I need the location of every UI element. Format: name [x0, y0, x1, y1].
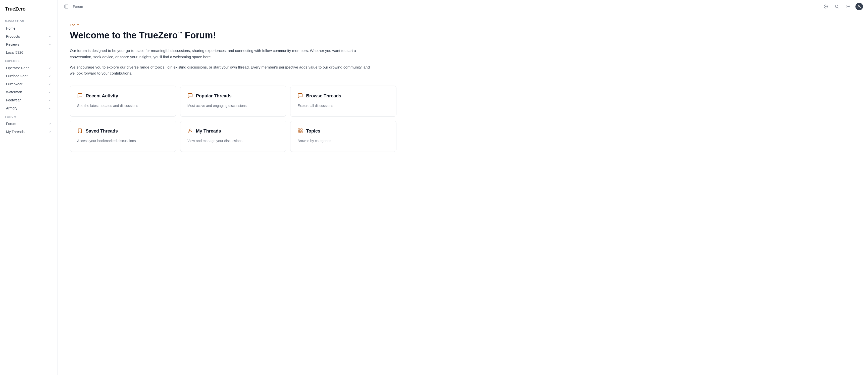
- svg-rect-15: [301, 131, 302, 133]
- sidebar-item-label: Waterman: [6, 90, 22, 94]
- card-my-threads[interactable]: My Threads View and manage your discussi…: [180, 121, 286, 152]
- svg-rect-13: [301, 129, 302, 130]
- card-description: Explore all discussions: [298, 103, 389, 108]
- chevron-down-icon: [48, 82, 52, 86]
- svg-point-5: [835, 5, 838, 8]
- svg-point-11: [189, 129, 191, 131]
- card-header: Topics: [298, 128, 389, 134]
- svg-rect-0: [65, 5, 68, 8]
- sidebar-item-waterman[interactable]: Waterman: [1, 88, 57, 96]
- card-recent-activity[interactable]: Recent Activity See the latest updates a…: [70, 86, 176, 117]
- page-description-1: Our forum is designed to be your go-to p…: [70, 48, 371, 60]
- sidebar-item-armory[interactable]: Armory: [1, 104, 57, 112]
- card-header: Recent Activity: [77, 93, 169, 99]
- card-topics[interactable]: Topics Browse by categories: [290, 121, 397, 152]
- card-description: View and manage your discussions: [187, 138, 279, 144]
- sidebar: TrueZero Navigation Home Products Review…: [0, 0, 58, 375]
- sidebar-item-reviews[interactable]: Reviews: [1, 40, 57, 48]
- card-description: Most active and engaging discussions: [187, 103, 279, 108]
- chevron-down-icon: [48, 130, 52, 134]
- chevron-down-icon: [48, 90, 52, 94]
- sidebar-item-label: My Threads: [6, 130, 25, 134]
- svg-point-7: [847, 6, 849, 7]
- page-description-2: We encourage you to explore our diverse …: [70, 64, 371, 77]
- sidebar-item-outerwear[interactable]: Outerwear: [1, 80, 57, 88]
- card-description: See the latest updates and discussions: [77, 103, 169, 108]
- sidebar-item-products[interactable]: Products: [1, 32, 57, 40]
- user-avatar[interactable]: [856, 3, 863, 10]
- sidebar-item-label: Armory: [6, 106, 17, 110]
- chevron-down-icon: [48, 106, 52, 110]
- chevron-down-icon: [48, 74, 52, 78]
- sidebar-item-label: Local 5326: [6, 50, 23, 55]
- card-saved-threads[interactable]: Saved Threads Access your bookmarked dis…: [70, 121, 176, 152]
- topbar-left: Forum: [63, 3, 83, 10]
- card-description: Browse by categories: [298, 138, 389, 144]
- card-title: Topics: [306, 129, 320, 134]
- chat-icon: [298, 93, 303, 99]
- card-title: My Threads: [196, 129, 221, 134]
- chevron-down-icon: [48, 43, 52, 46]
- grid-icon: [298, 128, 303, 134]
- svg-point-8: [859, 5, 860, 6]
- settings-button[interactable]: [844, 3, 851, 10]
- card-header: My Threads: [187, 128, 279, 134]
- sidebar-item-label: Forum: [6, 122, 16, 126]
- forum-section-label: Forum: [0, 112, 58, 120]
- sidebar-item-label: Footwear: [6, 98, 21, 102]
- chat-bubble-icon: [77, 93, 83, 99]
- sidebar-item-label: Home: [6, 26, 15, 30]
- sidebar-item-forum[interactable]: Forum: [1, 120, 57, 128]
- svg-rect-12: [298, 129, 300, 130]
- card-title: Recent Activity: [86, 93, 118, 99]
- nav-section-label: Navigation: [0, 17, 58, 24]
- search-button[interactable]: [833, 3, 840, 10]
- chevron-down-icon: [48, 98, 52, 102]
- sidebar-toggle-button[interactable]: [63, 3, 70, 10]
- chevron-down-icon: [48, 66, 52, 70]
- card-title: Browse Threads: [306, 93, 341, 99]
- sidebar-item-footwear[interactable]: Footwear: [1, 96, 57, 104]
- card-header: Browse Threads: [298, 93, 389, 99]
- cards-grid: Recent Activity See the latest updates a…: [70, 86, 397, 152]
- topbar: Forum: [58, 0, 868, 13]
- card-title: Popular Threads: [196, 93, 231, 99]
- card-header: Saved Threads: [77, 128, 169, 134]
- sidebar-item-my-threads[interactable]: My Threads: [1, 128, 57, 136]
- chevron-down-icon: [48, 35, 52, 38]
- explore-section-label: Explore: [0, 57, 58, 64]
- page-title: Welcome to the TrueZero™ Forum!: [70, 30, 856, 41]
- sidebar-item-label: Outdoor Gear: [6, 74, 28, 78]
- chevron-down-icon: [48, 122, 52, 126]
- sidebar-item-label: Outerwear: [6, 82, 22, 86]
- sidebar-item-label: Operator Gear: [6, 66, 29, 70]
- list-icon: [187, 93, 193, 99]
- breadcrumb: Forum: [70, 23, 856, 27]
- sidebar-item-label: Reviews: [6, 42, 19, 46]
- page-content: Forum Welcome to the TrueZero™ Forum! Ou…: [58, 13, 868, 375]
- card-popular-threads[interactable]: Popular Threads Most active and engaging…: [180, 86, 286, 117]
- topbar-title: Forum: [73, 4, 83, 8]
- card-description: Access your bookmarked discussions: [77, 138, 169, 144]
- add-button[interactable]: [822, 3, 829, 10]
- svg-rect-14: [298, 131, 300, 133]
- person-icon: [187, 128, 193, 134]
- card-browse-threads[interactable]: Browse Threads Explore all discussions: [290, 86, 397, 117]
- topbar-right: [822, 3, 863, 10]
- app-logo: TrueZero: [0, 4, 58, 17]
- sidebar-item-local5326[interactable]: Local 5326: [1, 48, 57, 57]
- card-header: Popular Threads: [187, 93, 279, 99]
- bookmark-icon: [77, 128, 83, 134]
- sidebar-item-label: Products: [6, 34, 20, 38]
- svg-line-6: [838, 7, 838, 8]
- sidebar-item-outdoor-gear[interactable]: Outdoor Gear: [1, 72, 57, 80]
- sidebar-item-home[interactable]: Home: [1, 24, 57, 32]
- main-area: Forum: [58, 0, 868, 375]
- sidebar-item-operator-gear[interactable]: Operator Gear: [1, 64, 57, 72]
- card-title: Saved Threads: [86, 129, 118, 134]
